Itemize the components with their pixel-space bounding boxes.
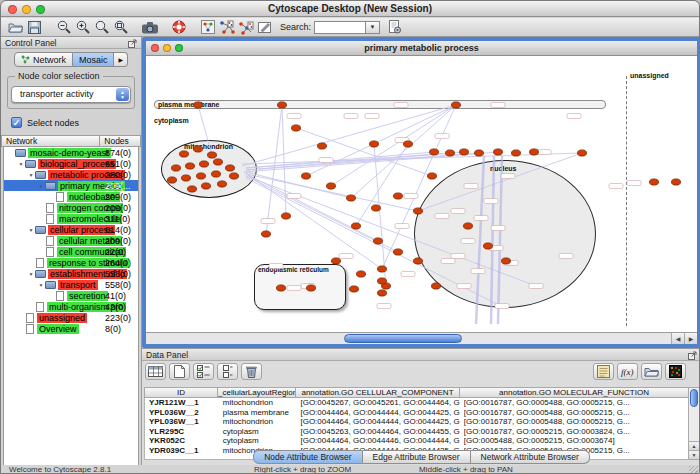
column-header[interactable]: _cellularLayoutRegion: [218, 387, 296, 398]
tree-row-primary-metabo[interactable]: ▼primary metabo209(...: [4, 180, 139, 191]
network-edge[interactable]: [498, 156, 502, 324]
network-node[interactable]: [197, 173, 206, 179]
network-edge[interactable]: [382, 105, 456, 269]
network-node[interactable]: [502, 258, 511, 264]
tree-row-unassigned[interactable]: unassigned223(0): [4, 312, 139, 323]
network-canvas[interactable]: plasma membrane cytoplasm mitochondrion …: [146, 56, 697, 332]
network-graph[interactable]: [146, 56, 697, 332]
annotation-icon[interactable]: [255, 19, 274, 35]
new-attribute-icon[interactable]: [169, 363, 190, 380]
network-edge[interactable]: [476, 156, 484, 324]
network-node[interactable]: [188, 186, 197, 192]
network-node[interactable]: [182, 175, 191, 181]
search-dropdown-button[interactable]: ▼: [366, 21, 380, 34]
network-node[interactable]: [475, 150, 484, 156]
layout-network-icon[interactable]: [198, 19, 217, 35]
zoom-in-icon[interactable]: [73, 19, 92, 35]
network-node[interactable]: [230, 173, 239, 179]
scroll-up-icon[interactable]: ▲: [689, 441, 699, 450]
zoom-fit-icon[interactable]: [92, 19, 111, 35]
tree-row-nitrogen-compo[interactable]: nitrogen compo209(0): [4, 202, 139, 213]
select-nodes-checkbox[interactable]: ✓: [11, 117, 22, 128]
save-icon[interactable]: [25, 19, 44, 35]
network-node[interactable]: [378, 278, 387, 284]
zoom-out-icon[interactable]: [54, 19, 73, 35]
table-row[interactable]: YJR121W__1mitochondrion[GO:0045267, GO:0…: [145, 398, 688, 408]
network-node[interactable]: [430, 149, 439, 155]
network-node[interactable]: [530, 149, 539, 155]
float-data-panel-icon[interactable]: [688, 351, 697, 360]
network-node[interactable]: [350, 286, 359, 292]
network-node[interactable]: [278, 102, 287, 108]
resize-grip[interactable]: [689, 466, 698, 474]
network-node[interactable]: [432, 283, 441, 289]
network-node[interactable]: [650, 179, 659, 185]
table-row[interactable]: YLR295Ccytoplasm[GO:0045263, GO:0044464,…: [145, 427, 688, 437]
tree-row-cell-communicat[interactable]: cell communicat22(0): [4, 246, 139, 257]
table-row[interactable]: YPL036W__1mitochondrion[GO:0044464, GO:0…: [145, 417, 688, 427]
tree-row-nucleobase-[interactable]: nucleobase-209(0): [4, 191, 139, 202]
attribute-matrix-icon[interactable]: [665, 363, 686, 380]
network-node[interactable]: [494, 149, 503, 155]
attribute-grid-icon[interactable]: [145, 363, 166, 380]
tab-mosaic[interactable]: Mosaic: [73, 52, 115, 67]
disclosure-triangle-icon[interactable]: ▼: [37, 183, 45, 189]
column-header[interactable]: annotation.GO CELLULAR_COMPONENT: [296, 387, 460, 398]
tree-row-establishment-of-lo[interactable]: ▼establishment of lo558(0): [4, 268, 139, 279]
network-node[interactable]: [327, 183, 336, 189]
canvas-horizontal-scrollbar[interactable]: ◀ ▶: [146, 332, 697, 344]
tab-node-attribute-browser[interactable]: Node Attribute Browser: [253, 450, 362, 464]
scroll-right-icon[interactable]: ▶: [684, 333, 697, 344]
network-node[interactable]: [307, 285, 316, 291]
network-edge[interactable]: [296, 128, 432, 176]
network-node[interactable]: [378, 266, 387, 272]
tab-overflow-button[interactable]: ▶: [114, 52, 128, 67]
network-node[interactable]: [318, 143, 327, 149]
network-node[interactable]: [452, 102, 461, 108]
vscroll-thumb[interactable]: [690, 389, 698, 407]
search-input[interactable]: [314, 21, 366, 34]
disclosure-triangle-icon[interactable]: ▼: [17, 161, 25, 167]
network-node[interactable]: [372, 205, 381, 211]
tree-row-mosaic-demo-yeast[interactable]: mosaic-demo-yeast874(0): [4, 147, 139, 158]
table-row[interactable]: YKR052Ccytoplasm[GO:0044464, GO:0044446,…: [145, 436, 688, 446]
vizmap-network-icon[interactable]: [217, 19, 236, 35]
network-node[interactable]: [262, 231, 271, 237]
network-node[interactable]: [180, 151, 189, 157]
network-view-titlebar[interactable]: primary metabolic process: [146, 41, 697, 56]
network-node[interactable]: [347, 195, 356, 201]
disclosure-triangle-icon[interactable]: ▼: [37, 282, 45, 288]
network-node[interactable]: [578, 150, 587, 156]
network-edge[interactable]: [306, 105, 456, 176]
tree-row-cellular-process[interactable]: ▼cellular process614(0): [4, 224, 139, 235]
network-node[interactable]: [370, 141, 379, 147]
tree-row-metabolic-process[interactable]: ▼metabolic process280(0): [4, 169, 139, 180]
network-node[interactable]: [464, 223, 473, 229]
attribute-editor-icon[interactable]: [593, 363, 614, 380]
tree-row-secretion[interactable]: secretion41(0): [4, 290, 139, 301]
tree-row-response-to-stimulu[interactable]: response to stimulu264(0): [4, 257, 139, 268]
disclosure-triangle-icon[interactable]: ▼: [27, 227, 35, 233]
scroll-left-icon[interactable]: ◀: [671, 333, 684, 344]
network-node[interactable]: [460, 149, 469, 155]
tree-row-cellular-metabo[interactable]: cellular metabo209(0): [4, 235, 139, 246]
tree-row-overview[interactable]: Overview8(0): [4, 323, 139, 334]
network-node[interactable]: [218, 181, 227, 187]
hscroll-thumb[interactable]: [344, 334, 462, 343]
network-node[interactable]: [352, 223, 361, 229]
edit-network-icon[interactable]: [236, 19, 255, 35]
network-node[interactable]: [194, 146, 203, 152]
network-node[interactable]: [172, 165, 181, 171]
network-node[interactable]: [357, 271, 366, 277]
network-node[interactable]: [214, 159, 223, 165]
disclosure-triangle-icon[interactable]: ▼: [27, 271, 35, 277]
network-node[interactable]: [428, 173, 437, 179]
network-node[interactable]: [512, 150, 521, 156]
network-node[interactable]: [212, 171, 221, 177]
select-attributes-icon[interactable]: [193, 363, 214, 380]
tree-header-nodes[interactable]: Nodes: [100, 135, 141, 147]
network-node[interactable]: [208, 152, 217, 158]
network-node[interactable]: [446, 150, 455, 156]
function-builder-icon[interactable]: f(x): [617, 363, 638, 380]
tree-header-network[interactable]: Network: [1, 135, 100, 147]
